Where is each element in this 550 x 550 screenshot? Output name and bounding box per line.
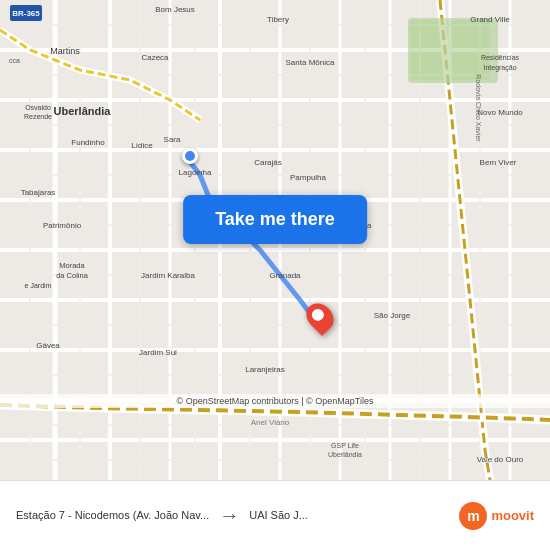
- svg-text:cca: cca: [9, 57, 20, 64]
- svg-text:Jardim Sul: Jardim Sul: [139, 348, 177, 357]
- svg-text:e Jardim: e Jardim: [25, 282, 52, 289]
- svg-text:Carajás: Carajás: [254, 158, 282, 167]
- svg-text:Lagoinha: Lagoinha: [179, 168, 212, 177]
- svg-text:Novo Mundo: Novo Mundo: [477, 108, 523, 117]
- svg-text:Laranjeiras: Laranjeiras: [245, 365, 285, 374]
- svg-text:Fundinho: Fundinho: [71, 138, 105, 147]
- svg-text:Osvaldo: Osvaldo: [25, 104, 51, 111]
- svg-text:Sara: Sara: [164, 135, 181, 144]
- route-to-text: UAI São J...: [249, 508, 308, 522]
- svg-text:da Colina: da Colina: [56, 271, 89, 280]
- svg-text:Santa Mônica: Santa Mônica: [286, 58, 335, 67]
- svg-text:Anel Viário: Anel Viário: [251, 418, 290, 427]
- svg-text:Tabajaras: Tabajaras: [21, 188, 56, 197]
- svg-rect-39: [408, 18, 498, 83]
- take-me-there-button[interactable]: Take me there: [183, 195, 367, 244]
- svg-text:Lídice: Lídice: [131, 141, 153, 150]
- route-info: Estação 7 - Nicodemos (Av. João Nav... →…: [16, 504, 451, 527]
- svg-text:Uberlândia: Uberlândia: [54, 105, 112, 117]
- svg-text:Residências: Residências: [481, 54, 520, 61]
- svg-text:Pampulha: Pampulha: [290, 173, 327, 182]
- route-from-text: Estação 7 - Nicodemos (Av. João Nav...: [16, 508, 209, 522]
- svg-text:Bom Jesus: Bom Jesus: [155, 5, 195, 14]
- map-attribution: © OpenStreetMap contributors | © OpenMap…: [0, 394, 550, 408]
- svg-text:Tibery: Tibery: [267, 15, 289, 24]
- svg-text:São Jorge: São Jorge: [374, 311, 411, 320]
- svg-text:Cazeca: Cazeca: [141, 53, 169, 62]
- svg-text:Rezende: Rezende: [24, 113, 52, 120]
- destination-marker: [308, 302, 332, 332]
- svg-text:Grand Ville: Grand Ville: [470, 15, 510, 24]
- bottom-bar: Estação 7 - Nicodemos (Av. João Nav... →…: [0, 480, 550, 550]
- svg-text:Vale do Ouro: Vale do Ouro: [477, 455, 524, 464]
- moovit-icon: m: [459, 502, 487, 530]
- moovit-brand-text: moovit: [491, 508, 534, 523]
- svg-text:Morada: Morada: [59, 261, 85, 270]
- svg-text:Jardim Karalba: Jardim Karalba: [141, 271, 195, 280]
- svg-text:GSP Life: GSP Life: [331, 442, 359, 449]
- svg-text:Martins: Martins: [50, 46, 80, 56]
- route-from: Estação 7 - Nicodemos (Av. João Nav...: [16, 508, 209, 522]
- svg-text:Patrimônio: Patrimônio: [43, 221, 82, 230]
- origin-marker: [182, 148, 198, 164]
- svg-text:Rodovia Chico Xavier: Rodovia Chico Xavier: [475, 74, 482, 142]
- route-arrow-icon: →: [219, 504, 239, 527]
- svg-text:Integração: Integração: [483, 64, 516, 72]
- svg-text:Uberlândia: Uberlândia: [328, 451, 362, 458]
- svg-text:Gávea: Gávea: [36, 341, 60, 350]
- svg-text:Granada: Granada: [269, 271, 301, 280]
- moovit-logo: m moovit: [459, 502, 534, 530]
- svg-text:Bem Viver: Bem Viver: [480, 158, 517, 167]
- route-to: UAI São J...: [249, 508, 308, 522]
- svg-text:BR-365: BR-365: [12, 9, 40, 18]
- map-container: BR-365 Martins Uberlândia Cazeca Bom Jes…: [0, 0, 550, 480]
